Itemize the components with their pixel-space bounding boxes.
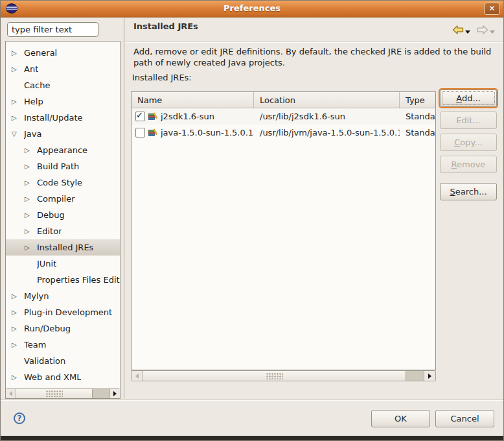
expander-collapsed-icon[interactable]: ▷ — [25, 228, 37, 235]
search-button[interactable]: Search... — [440, 183, 497, 200]
tree-item-label: Compiler — [37, 194, 75, 204]
edit-button: Edit... — [440, 112, 497, 129]
remove-button: Remove — [440, 156, 497, 173]
window-bottom-border — [1, 436, 503, 440]
jre-type: Standard — [400, 128, 435, 137]
tree-item-label: Properties Files Edito — [37, 275, 120, 285]
add-button[interactable]: Add... — [440, 89, 497, 107]
footer-separator — [1, 399, 503, 400]
tree-item-label: Cache — [24, 80, 50, 90]
expander-collapsed-icon[interactable]: ▷ — [25, 179, 37, 186]
sidebar-item-build-path[interactable]: ▷Build Path — [6, 158, 120, 174]
jre-default-checkbox[interactable] — [135, 128, 145, 137]
sidebar-item-run-debug[interactable]: ▷Run/Debug — [6, 320, 120, 337]
expander-collapsed-icon[interactable]: ▷ — [12, 325, 24, 332]
column-header-type[interactable]: Type — [400, 92, 435, 108]
tree-item-label: Editor — [37, 226, 62, 236]
expander-collapsed-icon[interactable]: ▷ — [12, 98, 24, 105]
scroll-right-icon[interactable] — [424, 371, 435, 381]
scrollbar-track[interactable] — [406, 371, 424, 381]
window-title: Preferences — [1, 3, 503, 13]
sidebar-item-debug[interactable]: ▷Debug — [6, 207, 120, 223]
expander-collapsed-icon[interactable]: ▷ — [12, 49, 24, 56]
expander-collapsed-icon[interactable]: ▷ — [12, 374, 24, 381]
header-separator — [124, 42, 503, 42]
tree-item-label: Build Path — [37, 161, 79, 171]
preferences-tree: ▷General▷AntCache▷Help▷Install/Update▽Ja… — [5, 41, 120, 399]
sidebar-item-properties-files-edito[interactable]: Properties Files Edito — [6, 272, 120, 288]
help-button[interactable]: ? — [14, 412, 25, 424]
sidebar-item-installed-jres[interactable]: ▷Installed JREs — [6, 239, 120, 256]
expander-collapsed-icon[interactable]: ▷ — [12, 309, 24, 316]
page-title: Installed JREs — [133, 21, 198, 31]
jre-table-row[interactable]: java-1.5.0-sun-1.5.0.13/usr/lib/jvm/java… — [132, 125, 435, 141]
cancel-button[interactable]: Cancel — [435, 410, 494, 427]
scroll-left-icon[interactable] — [132, 371, 143, 381]
jre-library-icon — [148, 128, 158, 137]
expander-collapsed-icon[interactable]: ▷ — [25, 195, 37, 202]
sidebar-item-compiler[interactable]: ▷Compiler — [6, 191, 120, 207]
column-header-name[interactable]: Name — [132, 92, 254, 108]
jre-type: Standard — [400, 112, 435, 121]
scrollbar-thumb[interactable] — [143, 371, 406, 381]
sidebar-item-help[interactable]: ▷Help — [6, 93, 120, 110]
sidebar-item-cache[interactable]: Cache — [6, 77, 120, 93]
sidebar-item-code-style[interactable]: ▷Code Style — [6, 174, 120, 191]
tree-item-label: Run/Debug — [24, 324, 71, 333]
expander-collapsed-icon[interactable]: ▷ — [12, 292, 24, 300]
scroll-left-icon[interactable] — [6, 389, 16, 398]
tree-item-label: Debug — [37, 210, 65, 220]
name-cell: j2sdk1.6-sun — [132, 112, 254, 121]
scrollbar-thumb[interactable] — [16, 389, 93, 398]
expander-collapsed-icon[interactable]: ▷ — [25, 211, 37, 219]
tree-item-label: Mylyn — [24, 291, 49, 301]
close-icon[interactable]: ✕ — [484, 3, 500, 15]
sidebar-item-mylyn[interactable]: ▷Mylyn — [6, 288, 120, 304]
filter-input[interactable] — [7, 22, 98, 37]
preferences-dialog: Preferences ✕ ▷General▷AntCache▷Help▷Ins… — [0, 0, 504, 441]
jre-default-checkbox[interactable] — [135, 112, 145, 121]
scroll-right-icon[interactable] — [109, 389, 120, 398]
tree-item-label: Java — [24, 129, 41, 139]
sidebar-item-install-update[interactable]: ▷Install/Update — [6, 110, 120, 126]
tree-item-label: Plug-in Development — [24, 307, 112, 317]
back-dropdown-icon[interactable] — [465, 30, 470, 34]
column-header-location[interactable]: Location — [254, 92, 400, 108]
tree-item-label: Help — [24, 97, 43, 106]
expander-collapsed-icon[interactable]: ▷ — [25, 147, 37, 154]
sidebar-item-ant[interactable]: ▷Ant — [6, 61, 120, 77]
tree-item-label: JUnit — [37, 259, 56, 268]
scrollbar-track[interactable] — [93, 389, 109, 398]
sidebar-item-team[interactable]: ▷Team — [6, 337, 120, 353]
tree-item-label: Team — [24, 340, 46, 350]
tree-horizontal-scrollbar[interactable] — [6, 388, 120, 398]
sidebar-item-editor[interactable]: ▷Editor — [6, 223, 120, 239]
sidebar-item-appearance[interactable]: ▷Appearance — [6, 142, 120, 158]
copy-button: Copy... — [440, 134, 497, 151]
tree-item-label: Code Style — [37, 178, 82, 187]
jre-table-row[interactable]: j2sdk1.6-sun/usr/lib/j2sdk1.6-sunStandar… — [132, 108, 435, 125]
sidebar-item-validation[interactable]: Validation — [6, 353, 120, 369]
expander-collapsed-icon[interactable]: ▷ — [12, 114, 24, 121]
tree-item-label: Installed JREs — [37, 243, 93, 252]
panel-divider — [124, 17, 124, 398]
expander-collapsed-icon[interactable]: ▷ — [12, 341, 24, 348]
expander-collapsed-icon[interactable]: ▷ — [12, 66, 24, 73]
jre-location: /usr/lib/j2sdk1.6-sun — [254, 112, 400, 121]
sidebar-item-general[interactable]: ▷General — [6, 45, 120, 61]
tree-item-label: Appearance — [37, 145, 87, 155]
sidebar-item-junit[interactable]: JUnit — [6, 256, 120, 272]
sidebar-item-plug-in-development[interactable]: ▷Plug-in Development — [6, 304, 120, 320]
table-horizontal-scrollbar[interactable] — [131, 370, 436, 381]
ok-button[interactable]: OK — [371, 410, 430, 427]
jre-name: j2sdk1.6-sun — [161, 112, 214, 121]
sidebar-item-web-and-xml[interactable]: ▷Web and XML — [6, 369, 120, 385]
tree-item-label: Install/Update — [24, 113, 83, 123]
table-header: NameLocationType — [132, 92, 435, 108]
titlebar[interactable]: Preferences ✕ — [1, 1, 503, 18]
expander-collapsed-icon[interactable]: ▷ — [25, 244, 37, 251]
expander-collapsed-icon[interactable]: ▷ — [25, 163, 37, 170]
expander-expanded-icon[interactable]: ▽ — [12, 130, 24, 137]
sidebar-item-java[interactable]: ▽Java — [6, 126, 120, 142]
back-arrow-icon[interactable] — [452, 25, 464, 36]
